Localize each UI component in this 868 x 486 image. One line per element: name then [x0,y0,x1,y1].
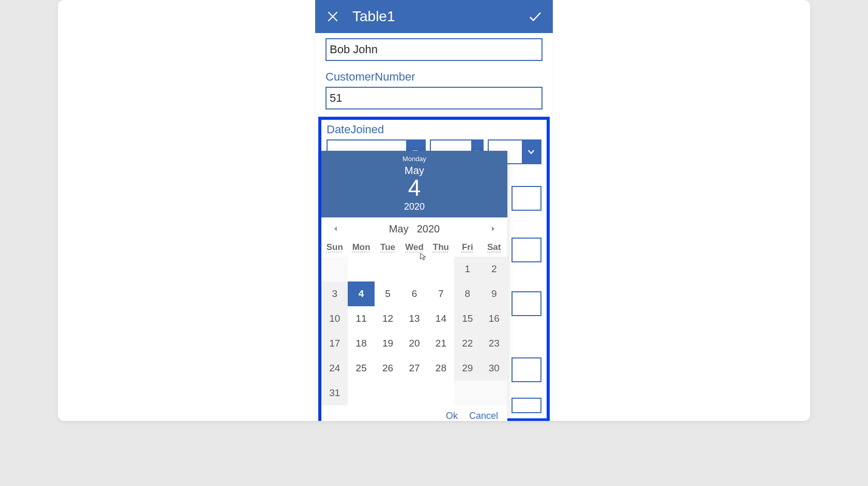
confirm-icon[interactable] [526,7,545,26]
calendar-day-cell[interactable]: 10 [321,306,348,331]
calendar-nav: May 2020 [321,217,507,238]
obscured-field[interactable] [512,291,541,316]
calendar-popup: Monday May 4 2020 May 2020 [321,151,507,421]
calendar-day-cell[interactable]: 13 [401,306,427,331]
calendar-day-cell[interactable]: 22 [454,331,481,356]
app-header: Table1 [315,0,553,33]
calendar-day-cell[interactable]: 19 [375,331,401,356]
calendar-day-cell[interactable]: 30 [481,356,507,381]
calendar-day-cell[interactable]: 12 [375,306,401,331]
close-icon[interactable] [323,7,342,26]
obscured-field[interactable] [512,357,541,382]
calendar-day-cell[interactable]: 31 [321,381,348,405]
calendar-day-cell [401,257,427,281]
calendar-day-cell [454,381,481,405]
calendar-dow-header: Sun [321,238,348,257]
calendar-day-cell[interactable]: 24 [321,356,348,381]
calendar-dow-header: Fri [454,238,481,257]
calendar-grid: 1234567891011121314151617181920212223242… [321,257,507,405]
calendar-day-cell[interactable]: 20 [401,331,427,356]
calendar-nav-month[interactable]: May [389,223,409,235]
chevron-down-icon [522,140,540,163]
calendar-dow-header: Thu [428,238,454,257]
calendar-day-cell[interactable]: 14 [428,306,454,331]
calendar-day-cell[interactable]: 9 [481,281,507,306]
calendar-day-cell[interactable]: 16 [481,306,507,331]
calendar-selected-dow: Monday [321,155,507,163]
calendar-day-cell[interactable]: 6 [401,281,427,306]
calendar-day-cell[interactable]: 25 [348,356,374,381]
date-joined-section: DateJoined [318,117,550,421]
calendar-day-cell [428,381,454,405]
calendar-selected-year: 2020 [321,201,507,212]
svg-marker-5 [492,227,495,231]
calendar-day-cell [348,381,374,405]
form-area: CustomerNumber DateJoined [315,33,553,421]
chevron-left-icon[interactable] [330,223,342,235]
calendar-day-cell[interactable]: 7 [428,281,454,306]
calendar-day-cell [481,381,507,405]
calendar-selected-day: 4 [321,177,507,199]
page-title: Table1 [352,8,395,25]
calendar-day-cell [321,257,348,281]
calendar-day-cell[interactable]: 1 [454,257,481,281]
stage-card: Table1 CustomerNumber DateJoined [58,0,810,421]
calendar-dow-header: Wed [401,238,427,257]
calendar-header: Monday May 4 2020 [321,151,507,217]
calendar-day-cell[interactable]: 27 [401,356,427,381]
calendar-day-cell[interactable]: 8 [454,281,481,306]
calendar-dow-header: Mon [348,238,374,257]
date-joined-label: DateJoined [327,123,541,136]
calendar-day-cell[interactable]: 4 [348,281,374,306]
calendar-day-cell[interactable]: 23 [481,331,507,356]
customer-number-label: CustomerNumber [326,70,542,84]
calendar-day-cell[interactable]: 2 [481,257,507,281]
svg-marker-4 [334,227,337,231]
calendar-actions: Ok Cancel [321,405,507,421]
customer-number-field[interactable] [326,87,542,109]
calendar-day-cell[interactable]: 17 [321,331,348,356]
calendar-day-cell[interactable]: 28 [428,356,454,381]
calendar-day-cell [375,381,401,405]
calendar-day-cell[interactable]: 15 [454,306,481,331]
obscured-field[interactable] [512,186,541,211]
name-field[interactable] [326,38,542,61]
calendar-day-cell[interactable]: 18 [348,331,374,356]
calendar-day-cell[interactable]: 26 [375,356,401,381]
obscured-field[interactable] [512,398,541,413]
calendar-cancel-button[interactable]: Cancel [469,411,498,421]
obscured-field[interactable] [512,238,541,262]
calendar-day-cell[interactable]: 21 [428,331,454,356]
calendar-dow-header: Sat [481,238,507,257]
calendar-nav-year[interactable]: 2020 [417,223,440,235]
calendar-day-cell [348,257,374,281]
calendar-day-cell [375,257,401,281]
app-frame: Table1 CustomerNumber DateJoined [315,0,553,421]
calendar-day-cell [401,381,427,405]
calendar-dow-row: SunMonTueWedThuFriSat [321,238,507,257]
calendar-day-cell[interactable]: 5 [375,281,401,306]
calendar-ok-button[interactable]: Ok [446,411,458,421]
calendar-day-cell[interactable]: 11 [348,306,374,331]
calendar-day-cell[interactable]: 3 [321,281,348,306]
calendar-day-cell[interactable]: 29 [454,356,481,381]
calendar-day-cell [428,257,454,281]
calendar-dow-header: Tue [375,238,401,257]
chevron-right-icon[interactable] [487,223,499,235]
